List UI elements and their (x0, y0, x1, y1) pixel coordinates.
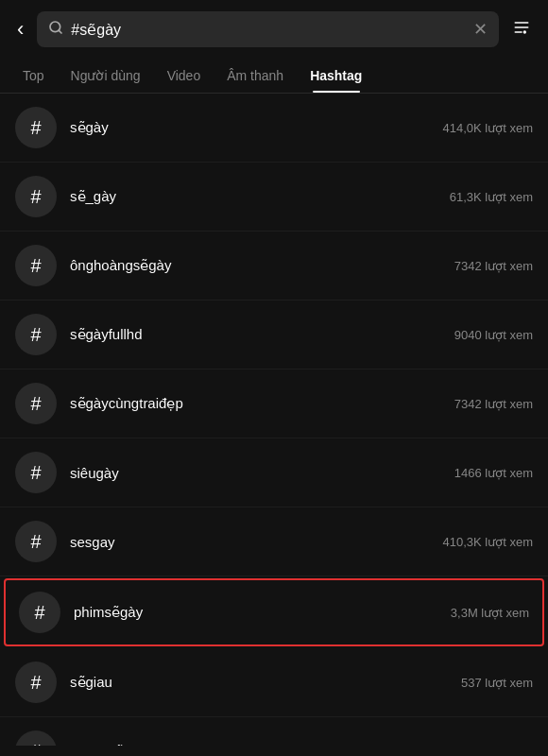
item-name: sesgay (70, 534, 430, 550)
item-info: sẽgàyfullhd (70, 326, 441, 343)
tab-nguoidung[interactable]: Người dùng (58, 59, 154, 93)
item-views: 3,3M lượt xem (451, 606, 529, 620)
item-info: ônghoàngsẽgày (70, 257, 441, 274)
hashtag-icon: # (15, 521, 57, 562)
item-info: sẽgiau (70, 674, 448, 691)
list-item[interactable]: # phimsẽgày 3,3M lượt xem (4, 578, 544, 646)
item-info: sẽ_gày (70, 188, 437, 205)
item-views: 61,3K lượt xem (450, 190, 533, 204)
hashtag-icon: # (15, 662, 57, 703)
item-name: ônghoàngsẽgày (70, 257, 441, 274)
back-button[interactable]: ‹ (13, 13, 27, 45)
item-info: sesgay (70, 534, 430, 550)
hashtag-icon: # (15, 176, 57, 217)
item-views: 1466 lượt xem (454, 466, 533, 480)
item-info: phimsẽgày (74, 604, 437, 621)
hashtag-list: # sẽgày 414,0K lượt xem # sẽ_gày 61,3K l… (0, 94, 548, 746)
list-item[interactable]: # ônghoàngsẽgày 7342 lượt xem (0, 232, 548, 301)
tabs: Top Người dùng Video Âm thanh Hashtag (0, 59, 548, 94)
item-views: 410,3K lượt xem (443, 535, 534, 549)
tab-top[interactable]: Top (9, 59, 58, 93)
item-name: sẽgiau (70, 674, 448, 691)
item-info: siêugày (70, 465, 441, 481)
hashtag-icon: # (15, 245, 57, 286)
list-item[interactable]: # sẽgàycùngtraiđẹp 7342 lượt xem (0, 369, 548, 438)
tab-video[interactable]: Video (154, 59, 214, 93)
item-views: 58,8K lượt xem (450, 745, 533, 747)
item-name: sẽgàyfullhd (70, 326, 441, 343)
item-name: phimsẽgày (74, 604, 437, 621)
tab-hashtag[interactable]: Hashtag (297, 59, 375, 93)
item-views: 537 lượt xem (461, 676, 533, 690)
hashtag-icon: # (15, 314, 57, 355)
list-item[interactable]: # sesgay 410,3K lượt xem (0, 507, 548, 576)
hashtag-icon: # (19, 592, 60, 633)
list-item[interactable]: # sẽgàyfullhd 9040 lượt xem (0, 301, 548, 369)
item-info: sẽgàycùngtraiđẹp (70, 395, 441, 412)
item-name: sẽ_gày (70, 188, 437, 205)
svg-line-1 (59, 30, 61, 33)
item-name: phim_sẽ_gày (70, 743, 437, 746)
item-views: 7342 lượt xem (454, 259, 533, 273)
list-item[interactable]: # phim_sẽ_gày 58,8K lượt xem (0, 717, 548, 746)
item-views: 7342 lượt xem (454, 397, 533, 411)
hashtag-icon: # (15, 383, 57, 424)
item-views: 414,0K lượt xem (443, 121, 534, 135)
list-item[interactable]: # siêugày 1466 lượt xem (0, 438, 548, 507)
item-info: sẽgày (70, 119, 430, 136)
hashtag-icon: # (15, 730, 57, 746)
header: ‹ #sẽgày ✕ (0, 0, 548, 59)
list-item[interactable]: # sẽ_gày 61,3K lượt xem (0, 163, 548, 232)
hashtag-icon: # (15, 452, 57, 493)
list-item[interactable]: # sẽgày 414,0K lượt xem (0, 94, 548, 163)
svg-point-5 (523, 30, 526, 33)
search-icon (48, 20, 63, 39)
item-name: sẽgày (70, 119, 430, 136)
item-name: sẽgàycùngtraiđẹp (70, 395, 441, 412)
hashtag-icon: # (15, 107, 57, 148)
search-query: #sẽgày (71, 21, 466, 39)
search-bar[interactable]: #sẽgày ✕ (37, 11, 499, 47)
tab-amthanh[interactable]: Âm thanh (214, 59, 297, 93)
item-info: phim_sẽ_gày (70, 743, 437, 746)
item-name: siêugày (70, 465, 441, 481)
list-item[interactable]: # sẽgiau 537 lượt xem (0, 648, 548, 717)
clear-icon[interactable]: ✕ (473, 19, 488, 40)
item-views: 9040 lượt xem (454, 328, 533, 342)
filter-button[interactable] (508, 14, 535, 45)
